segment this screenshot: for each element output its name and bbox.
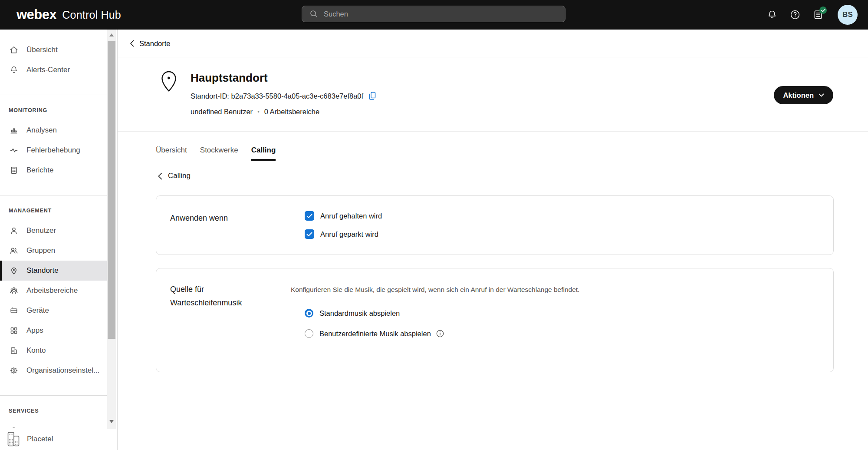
sidebar-item-label: Berichte — [26, 166, 53, 175]
sidebar-item-label: Apps — [26, 326, 43, 335]
search-input[interactable] — [324, 10, 565, 18]
radio-row-standardmusik[interactable]: Standardmusik abspielen — [305, 309, 400, 318]
user-icon — [9, 225, 19, 236]
calling-back-label: Calling — [168, 172, 191, 180]
sidebar-item-standorte[interactable]: Standorte — [0, 261, 107, 281]
separator-dot: • — [257, 109, 260, 115]
sidebar-item-label: Konto — [26, 346, 46, 355]
sidebar-item-benutzer[interactable]: Benutzer — [0, 221, 107, 241]
location-id-row: Standort-ID: b2a73a33-5580-4a05-ac3e-c68… — [191, 91, 377, 101]
status-check-badge — [819, 7, 827, 14]
chevron-down-icon — [819, 93, 824, 97]
location-pin-icon — [9, 265, 19, 276]
sidebar-divider — [0, 195, 107, 195]
scrollbar-up-arrow-icon[interactable] — [109, 33, 114, 36]
radio-label: Standardmusik abspielen — [319, 309, 400, 318]
bell-icon — [9, 65, 19, 75]
tab-uebersicht[interactable]: Übersicht — [156, 146, 187, 161]
radio-selected-icon[interactable] — [305, 309, 313, 318]
sidebar-item-berichte[interactable]: Berichte — [0, 160, 107, 180]
app-grid-icon — [9, 325, 19, 336]
search-icon — [309, 9, 319, 19]
building-icon — [6, 431, 22, 447]
gear-icon — [9, 365, 19, 376]
chevron-left-icon — [130, 40, 134, 47]
sidebar-item-label: Benutzer — [26, 226, 56, 235]
sidebar-scrollbar[interactable] — [107, 30, 116, 429]
device-icon — [9, 305, 19, 316]
apply-when-card: Anwenden wenn Anruf gehalten wird Anruf … — [156, 195, 834, 255]
music-source-card: Quelle für Warteschleifenmusik Konfiguri… — [156, 268, 834, 372]
report-icon — [9, 165, 19, 175]
sidebar-item-gruppen[interactable]: Gruppen — [0, 241, 107, 261]
location-pin-large-icon — [161, 69, 177, 95]
calling-back-link[interactable]: Calling — [158, 172, 191, 180]
checkbox-row-anruf-geparkt[interactable]: Anruf geparkt wird — [305, 229, 378, 239]
sidebar-item-alerts-center[interactable]: Alerts-Center — [0, 60, 107, 80]
sidebar-item-apps[interactable]: Apps — [0, 321, 107, 341]
sidebar-nav: Übersicht Alerts-Center MONITORING — [0, 30, 107, 429]
sidebar-item-label: Arbeitsbereiche — [26, 286, 78, 295]
music-source-label-line2: Warteschleifenmusik — [170, 296, 242, 310]
page-title: Hauptstandort — [191, 71, 268, 85]
sidebar-divider — [0, 395, 107, 396]
breadcrumb-back-standorte[interactable]: Standorte — [130, 30, 171, 57]
account-icon — [9, 345, 19, 356]
checkbox-checked-icon[interactable] — [305, 211, 314, 221]
sidebar-item-organisationseinstellungen[interactable]: Organisationseinstel... — [0, 361, 107, 381]
home-icon — [9, 45, 19, 55]
radio-row-benutzerdefinierte-musik[interactable]: Benutzerdefinierte Musik abspielen — [305, 329, 444, 338]
avatar[interactable]: BS — [838, 5, 858, 25]
sidebar-item-konto[interactable]: Konto — [0, 341, 107, 361]
topbar-actions: BS — [766, 0, 858, 30]
info-icon[interactable] — [436, 330, 444, 338]
checkbox-row-anruf-gehalten[interactable]: Anruf gehalten wird — [305, 211, 382, 221]
location-id-text: Standort-ID: b2a73a33-5580-4a05-ac3e-c68… — [191, 92, 363, 100]
sidebar-item-label: Placetel — [27, 435, 53, 443]
checkbox-label: Anruf geparkt wird — [320, 230, 378, 238]
music-source-description: Konfigurieren Sie die Musik, die gespiel… — [291, 286, 579, 294]
bar-chart-icon — [9, 125, 19, 136]
sidebar-item-label: Fehlerbehebung — [26, 146, 80, 155]
actions-button-label: Aktionen — [783, 91, 814, 99]
sidebar-item-placetel[interactable]: Placetel — [0, 428, 107, 450]
scrollbar-down-arrow-icon[interactable] — [109, 420, 114, 423]
sidebar-section-services: SERVICES — [0, 401, 107, 421]
sidebar-item-label: Alerts-Center — [26, 66, 70, 74]
help-icon[interactable] — [789, 9, 801, 20]
breadcrumb-label: Standorte — [139, 40, 171, 48]
scrollbar-thumb[interactable] — [108, 41, 115, 339]
radio-label: Benutzerdefinierte Musik abspielen — [319, 330, 431, 338]
people-icon — [9, 285, 19, 296]
sidebar-item-label: Standorte — [26, 266, 59, 275]
copy-icon[interactable] — [368, 91, 377, 101]
tabs-divider — [156, 161, 834, 161]
chevron-left-icon — [158, 172, 162, 180]
tasks-list-icon[interactable] — [812, 9, 824, 20]
tab-stockwerke[interactable]: Stockwerke — [200, 146, 238, 161]
sidebar-item-arbeitsbereiche[interactable]: Arbeitsbereiche — [0, 281, 107, 301]
sidebar-item-label: Organisationseinstel... — [26, 366, 99, 375]
webex-logo: webex — [16, 7, 56, 23]
sidebar-section-monitoring: MONITORING — [0, 100, 107, 120]
breadcrumb-bar: Standorte — [118, 30, 868, 57]
sidebar-item-fehlerbehebung[interactable]: Fehlerbehebung — [0, 140, 107, 160]
radio-unselected-icon[interactable] — [305, 329, 313, 338]
user-group-icon — [9, 245, 19, 256]
sidebar-item-label: Übersicht — [26, 46, 58, 54]
location-meta-row: undefined Benutzer • 0 Arbeitsbereiche — [191, 108, 319, 116]
tab-calling[interactable]: Calling — [251, 146, 276, 161]
sidebar-item-label: Analysen — [26, 126, 57, 135]
sidebar-item-uebersicht[interactable]: Übersicht — [0, 40, 107, 60]
search-bar[interactable] — [302, 6, 566, 22]
brand[interactable]: webex Control Hub — [16, 0, 121, 30]
product-name: Control Hub — [62, 9, 121, 21]
actions-button[interactable]: Aktionen — [774, 86, 833, 104]
apply-when-label: Anwenden wenn — [170, 212, 228, 225]
checkbox-checked-icon[interactable] — [305, 229, 314, 239]
sidebar-divider — [0, 95, 107, 95]
notifications-bell-icon[interactable] — [766, 9, 778, 20]
sidebar-section-management: MANAGEMENT — [0, 201, 107, 221]
sidebar-item-geraete[interactable]: Geräte — [0, 301, 107, 321]
sidebar-item-analysen[interactable]: Analysen — [0, 120, 107, 140]
